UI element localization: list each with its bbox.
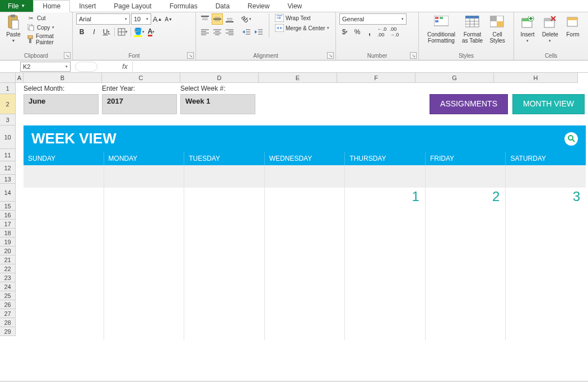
font-color-button[interactable]: A▾ — [146, 26, 157, 38]
delete-cells-button[interactable]: Delete ▾ — [540, 13, 561, 44]
bold-button[interactable]: B — [76, 26, 87, 38]
italic-button[interactable]: I — [88, 26, 100, 38]
cut-button[interactable]: ✂ Cut — [26, 13, 69, 22]
week-body-cell[interactable] — [345, 206, 426, 340]
row-header[interactable]: 17 — [0, 220, 16, 229]
cell-styles-button[interactable]: Cell Styles — [487, 13, 507, 45]
tab-insert[interactable]: Insert — [70, 0, 105, 12]
paste-button[interactable]: Paste ▼ — [3, 13, 24, 44]
date-cell[interactable]: 2 — [426, 188, 506, 206]
dialog-launcher-icon[interactable]: ↘ — [327, 52, 334, 59]
row-header[interactable]: 26 — [0, 300, 16, 309]
column-header[interactable]: F — [337, 73, 416, 83]
week-cell[interactable] — [345, 165, 426, 188]
week-cell[interactable] — [426, 165, 506, 188]
font-name-select[interactable]: Arial ▾ — [76, 13, 130, 25]
row-header[interactable]: 2 — [0, 94, 16, 114]
column-header[interactable]: D — [180, 73, 259, 83]
week-body-cell[interactable] — [506, 206, 586, 340]
row-header[interactable]: 25 — [0, 291, 16, 300]
column-header[interactable]: H — [494, 73, 578, 83]
row-header[interactable]: 18 — [0, 229, 16, 237]
copy-button[interactable]: Copy ▾ — [26, 23, 69, 32]
align-middle-button[interactable] — [212, 13, 223, 25]
tab-page-layout[interactable]: Page Layout — [105, 0, 160, 12]
row-header[interactable]: 14 — [0, 184, 16, 202]
tab-formulas[interactable]: Formulas — [161, 0, 207, 12]
week-cell[interactable] — [104, 165, 185, 188]
increase-indent-button[interactable] — [253, 26, 264, 38]
row-header[interactable]: 21 — [0, 255, 16, 264]
date-cell[interactable]: 3 — [506, 188, 586, 206]
week-cell[interactable] — [506, 165, 586, 188]
week-cell[interactable] — [184, 165, 265, 188]
row-header[interactable]: 23 — [0, 273, 16, 282]
tab-data[interactable]: Data — [207, 0, 239, 12]
column-header[interactable]: E — [259, 73, 337, 83]
increase-font-button[interactable]: A▲ — [152, 14, 162, 24]
comma-button[interactable]: , — [364, 26, 375, 38]
row-header[interactable]: 11 — [0, 149, 16, 161]
tab-home[interactable]: Home — [33, 0, 70, 12]
fx-icon[interactable]: fx — [120, 62, 130, 72]
format-painter-button[interactable]: Format Painter — [26, 32, 69, 46]
orientation-button[interactable]: ab▾ — [241, 13, 252, 25]
merge-center-button[interactable]: Merge & Center ▾ — [274, 24, 330, 32]
row-header[interactable]: 12 — [0, 161, 16, 175]
number-format-select[interactable]: General ▾ — [339, 13, 407, 25]
row-header[interactable]: 16 — [0, 211, 16, 220]
date-cell[interactable] — [184, 188, 265, 206]
row-header[interactable]: 1 — [0, 83, 16, 94]
dialog-launcher-icon[interactable]: ↘ — [187, 52, 194, 59]
formula-input[interactable] — [132, 62, 588, 72]
week-body-cell[interactable] — [104, 206, 185, 340]
insert-cells-button[interactable]: Insert ▾ — [517, 13, 538, 44]
grid-body[interactable]: Select Month: Enter Year: Select Week #:… — [16, 83, 588, 381]
percent-button[interactable]: % — [352, 26, 363, 38]
align-center-button[interactable] — [212, 26, 223, 38]
week-cell[interactable] — [265, 165, 346, 188]
week-body-cell[interactable] — [265, 206, 346, 340]
align-top-button[interactable] — [199, 13, 211, 25]
week-body-cell[interactable] — [426, 206, 506, 340]
font-size-select[interactable]: 10 ▾ — [131, 13, 151, 25]
column-header[interactable]: B — [24, 73, 102, 83]
date-cell[interactable] — [104, 188, 185, 206]
borders-button[interactable]: ▾ — [117, 26, 128, 38]
increase-decimal-button[interactable]: ←.0.00 — [376, 26, 388, 38]
row-header[interactable]: 29 — [0, 327, 16, 336]
row-header[interactable]: 10 — [0, 125, 16, 149]
decrease-font-button[interactable]: A▼ — [164, 14, 174, 24]
row-header[interactable]: 20 — [0, 246, 16, 255]
month-view-button[interactable]: MONTH VIEW — [512, 94, 585, 114]
align-bottom-button[interactable] — [224, 13, 235, 25]
week-body-cell[interactable] — [184, 206, 265, 340]
dialog-launcher-icon[interactable]: ↘ — [64, 52, 71, 59]
row-header[interactable]: 19 — [0, 237, 16, 246]
decrease-decimal-button[interactable]: .00→.0 — [389, 26, 400, 38]
row-header[interactable]: 13 — [0, 175, 16, 184]
date-cell[interactable] — [265, 188, 346, 206]
format-as-table-button[interactable]: Format as Table — [460, 13, 485, 45]
align-left-button[interactable] — [199, 26, 211, 38]
assignments-button[interactable]: ASSIGNMENTS — [430, 94, 508, 114]
date-cell[interactable] — [24, 188, 104, 206]
column-header[interactable]: A — [16, 73, 24, 83]
select-all-corner[interactable] — [0, 73, 16, 83]
tab-review[interactable]: Review — [239, 0, 278, 12]
tab-view[interactable]: View — [278, 0, 311, 12]
file-tab[interactable]: File ▼ — [0, 0, 33, 12]
search-button[interactable] — [564, 132, 578, 146]
row-header[interactable]: 27 — [0, 309, 16, 318]
week-cell[interactable] — [24, 165, 104, 188]
year-input[interactable]: 2017 — [102, 94, 177, 114]
dialog-launcher-icon[interactable]: ↘ — [410, 52, 417, 59]
date-cell[interactable]: 1 — [345, 188, 426, 206]
row-header[interactable]: 22 — [0, 264, 16, 273]
decrease-indent-button[interactable] — [241, 26, 252, 38]
fill-color-button[interactable]: 🪣▾ — [133, 26, 144, 38]
conditional-formatting-button[interactable]: Conditional Formatting — [425, 13, 458, 45]
week-body-cell[interactable] — [24, 206, 104, 340]
row-header[interactable]: 3 — [0, 114, 16, 125]
column-header[interactable]: G — [416, 73, 494, 83]
